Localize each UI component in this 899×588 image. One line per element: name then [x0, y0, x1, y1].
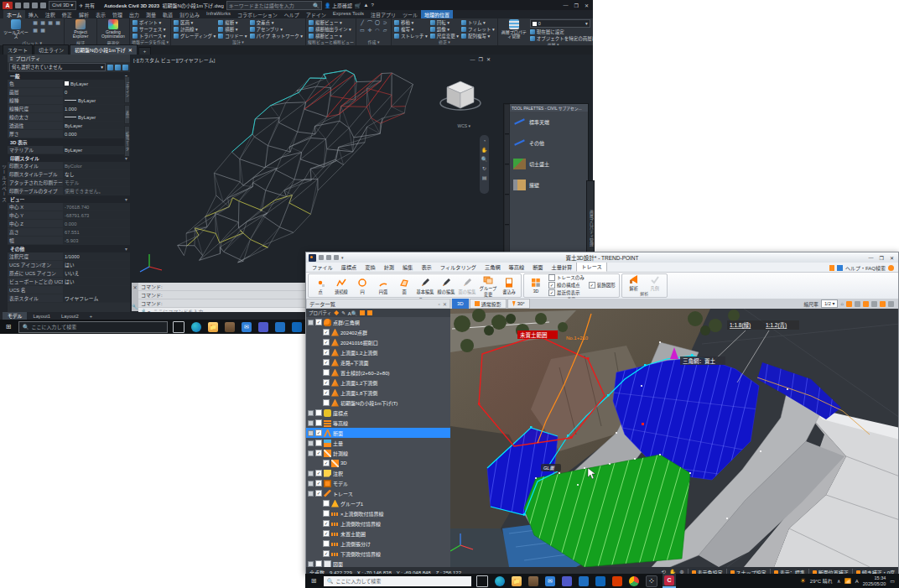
ribbon-tab[interactable]: 修正 — [59, 10, 75, 18]
file-tab[interactable]: 切土ライン — [34, 44, 69, 55]
quick-select-icon[interactable] — [107, 65, 113, 70]
help-icon[interactable]: ? — [371, 3, 373, 8]
tree-checkbox[interactable]: ✓ — [323, 520, 330, 527]
menu-tab[interactable]: 三角網 — [481, 263, 505, 272]
ribbon-button[interactable]: 点 — [310, 278, 330, 294]
ribbon-button[interactable]: ポイント ▾ — [133, 19, 165, 25]
palette-icon[interactable]: ▦ — [32, 19, 39, 26]
tree-checkbox[interactable] — [315, 560, 322, 567]
panel-label[interactable]: 設計 ▾ — [171, 39, 305, 45]
maximize-icon[interactable]: ❐ — [574, 3, 579, 8]
property-value[interactable]: -5.903 — [63, 237, 130, 244]
menu-tab[interactable]: フィルタリング — [436, 263, 481, 272]
ribbon-button[interactable]: アセンブリ ▾ — [250, 26, 303, 32]
layer-dropdown[interactable]: 0▾ — [530, 19, 590, 28]
expander-icon[interactable] — [308, 491, 314, 497]
ribbon-button[interactable]: 区画 ▾ — [174, 19, 216, 25]
ribbon-button[interactable]: グレーディング ▾ — [174, 33, 216, 39]
tree-item[interactable]: ✓下流側吹付境界線 — [306, 549, 450, 559]
taskbar-app-mail[interactable]: ✉ — [543, 574, 557, 588]
viewport-label[interactable]: [-][カスタム ビュー][ワイヤフレーム] — [133, 56, 215, 64]
minimize-icon[interactable]: — — [869, 255, 874, 261]
ribbon-button[interactable]: 円弧 — [373, 278, 393, 294]
taskbar-app-explorer[interactable]: 📁 — [510, 574, 523, 588]
property-value[interactable]: ByLayer — [63, 96, 130, 104]
ribbon-button[interactable]: 移動 ▾ — [394, 19, 428, 25]
checkbox[interactable]: ✓ — [548, 289, 555, 296]
palette-group-tab[interactable] — [505, 226, 509, 255]
task-view-icon[interactable] — [173, 321, 184, 333]
draw-tools[interactable]: ╱⌒〇⊃▭✛◠▱ — [359, 19, 388, 34]
panel-label[interactable]: 画層 ▾ — [498, 42, 593, 45]
tree-checkbox[interactable]: ✓ — [323, 359, 330, 366]
property-row[interactable]: アタッチされた印刷テーブルモデル — [8, 179, 130, 187]
selection-dropdown[interactable]: 何も選択されていません▾ — [9, 63, 106, 71]
tree-checkbox[interactable]: ✓ — [315, 429, 322, 436]
property-row[interactable]: 線の太さByLayer — [8, 113, 130, 122]
property-row[interactable]: 色ByLayer — [8, 80, 130, 88]
tree-checkbox[interactable]: ✓ — [323, 530, 330, 537]
task-view-cell[interactable] — [171, 320, 186, 334]
network-icon[interactable]: 📶 — [844, 578, 851, 584]
tree-item[interactable]: ✓上流側吹付境界線 — [306, 518, 450, 528]
panel-label[interactable]: 縦断ビューと横断ビュー — [306, 39, 356, 45]
ribbon-button[interactable]: グループ変更 — [478, 274, 498, 297]
minimize-icon[interactable]: — — [564, 3, 569, 8]
ribbon-button[interactable]: 円 — [352, 278, 372, 294]
tree-item[interactable]: ✓モデル — [306, 478, 450, 488]
tree-item[interactable]: ✓走路+下流面 — [306, 357, 450, 367]
maximize-icon[interactable]: ❐ — [880, 255, 884, 261]
ribbon-button[interactable]: オブジェクトを特定の画層に移動 — [530, 35, 593, 41]
draw-tool-icon[interactable]: ✛ — [366, 27, 373, 34]
property-value[interactable]: 1.000 — [63, 105, 130, 112]
draw-tool-icon[interactable]: ▱ — [382, 27, 388, 34]
property-value[interactable]: ByLayer — [63, 80, 130, 87]
close-tab-icon[interactable]: ✕ — [128, 47, 133, 53]
menu-tab[interactable]: 等高線 — [505, 263, 529, 272]
checkbox[interactable]: ✓ — [548, 282, 555, 289]
property-row[interactable]: 印刷テーブルのタイプ使用できません。 — [8, 187, 130, 195]
big-button[interactable]: Project Explorer — [67, 19, 94, 39]
ribbon-tab[interactable]: アドイン — [303, 10, 330, 18]
ime-indicator[interactable]: A — [855, 579, 859, 584]
tree-item[interactable]: ✓未置土範囲 — [306, 528, 450, 539]
property-value[interactable]: -70618.740 — [63, 203, 130, 211]
property-row[interactable]: 印刷スタイルByColor — [8, 162, 130, 170]
tree-item[interactable]: ✓点群/三角網 — [306, 317, 450, 327]
property-row[interactable]: 原点に UCS アイコンいいえ — [8, 269, 130, 278]
ribbon-tab[interactable]: 注目アプリ — [367, 10, 399, 18]
notification-icon[interactable]: ▲ — [363, 3, 368, 8]
section-header[interactable]: その他▾ — [8, 245, 130, 252]
full-navigation-wheel-icon[interactable]: ◔ — [483, 138, 486, 143]
help-search-input[interactable]: キーワードまたは語句を入力🔍 — [226, 1, 322, 10]
tree-checkbox[interactable]: ✓ — [315, 480, 322, 487]
checkbox-option[interactable]: ✓最近傍表示 — [548, 289, 585, 296]
tree-checkbox[interactable] — [323, 500, 330, 507]
properties-side-tab[interactable]: 拡張データ — [124, 126, 130, 157]
tree-item[interactable]: ✓3D — [306, 458, 450, 468]
property-value[interactable]: 使用できません。 — [63, 187, 130, 195]
ribbon-button[interactable]: 配列複写 ▾ — [461, 33, 495, 39]
property-value[interactable]: 0.000 — [63, 130, 130, 138]
property-value[interactable]: なし — [63, 170, 130, 178]
pan-icon[interactable]: ✋ — [481, 147, 488, 153]
ribbon-button[interactable]: 線の編集 — [436, 278, 456, 294]
viewcube[interactable] — [437, 75, 484, 122]
view-tab[interactable]: 30° — [507, 299, 530, 309]
view-tool-icon-4[interactable] — [880, 301, 886, 307]
draw-tool-icon[interactable]: ╱ — [359, 19, 366, 26]
palette-icon[interactable]: ▦ — [39, 27, 46, 34]
ribbon-tab[interactable]: Express Tools — [330, 10, 367, 18]
toolspace-anchored-tab[interactable]: ツールスペース — [0, 55, 8, 312]
customize-command-icon[interactable]: 🔧 — [132, 304, 138, 310]
ribbon-button[interactable]: 連続線 — [331, 278, 351, 294]
select-objects-icon[interactable] — [115, 65, 121, 70]
taskbar-app-explorer[interactable]: 📁 — [206, 320, 220, 334]
ribbon-button[interactable]: 解析 — [624, 274, 644, 291]
tree-checkbox[interactable] — [315, 419, 322, 426]
user-account[interactable]: 👤 上原確認 — [325, 2, 352, 9]
property-row[interactable]: UCS 名 — [8, 286, 130, 294]
ribbon-tab[interactable]: コラボレーション — [234, 10, 281, 18]
view-tool-icon-5[interactable] — [888, 301, 894, 307]
taskbar-search-input[interactable]: 🔍ここに入力して検索 — [18, 321, 168, 333]
